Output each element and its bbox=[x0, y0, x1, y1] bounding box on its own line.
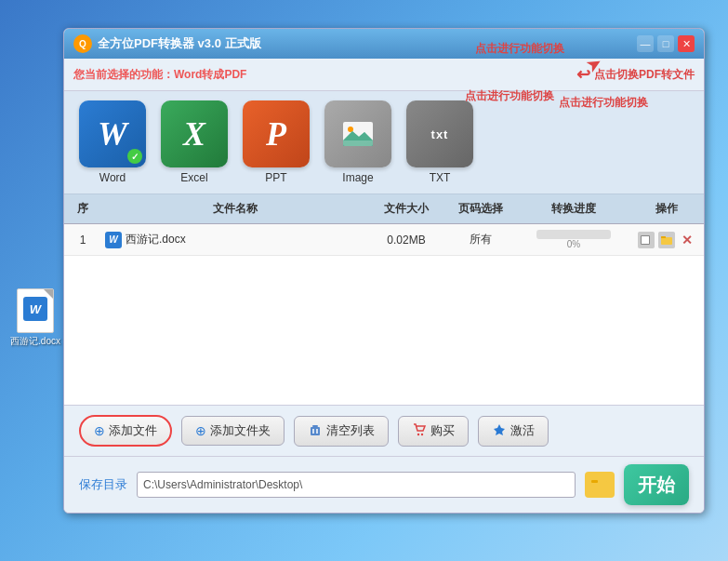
current-function-label: 您当前选择的功能：Word转成PDF bbox=[73, 67, 246, 83]
row-index: 1 bbox=[64, 228, 101, 252]
desktop-file-word-icon: W bbox=[23, 297, 47, 321]
row-pages: 所有 bbox=[443, 226, 518, 253]
txt-label: TXT bbox=[430, 171, 451, 184]
toolbar-area: 您当前选择的功能：Word转成PDF 点击进行功能切换 ➤ ↩ 点击切换PDF转… bbox=[64, 59, 704, 91]
excel-label: Excel bbox=[180, 171, 207, 184]
buy-label: 购买 bbox=[430, 422, 455, 439]
row-progress-cell: 0% bbox=[518, 224, 629, 255]
empty-table-area bbox=[64, 256, 704, 405]
title-bar: Q 全方位PDF转换器 v3.0 正式版 — □ ✕ bbox=[64, 29, 704, 59]
image-label: Image bbox=[342, 171, 373, 184]
col-pages: 页码选择 bbox=[443, 198, 518, 220]
window-title: 全方位PDF转换器 v3.0 正式版 bbox=[98, 35, 261, 52]
desktop-file-icon: W 西游记.docx bbox=[7, 288, 63, 348]
close-button[interactable]: ✕ bbox=[678, 35, 695, 52]
current-func-value: Word转成PDF bbox=[174, 68, 246, 81]
add-file-button[interactable]: ⊕ 添加文件 bbox=[79, 415, 172, 447]
progress-bar bbox=[536, 230, 611, 239]
word-letter: W bbox=[98, 114, 127, 154]
start-label: 开始 bbox=[638, 473, 675, 498]
buy-icon bbox=[412, 422, 427, 440]
col-ops: 操作 bbox=[629, 198, 704, 220]
excel-letter: X bbox=[183, 114, 205, 154]
word-label: Word bbox=[99, 171, 126, 184]
bottom-buttons: ⊕ 添加文件 ⊕ 添加文件夹 清空列表 购买 bbox=[64, 405, 704, 456]
maximize-button[interactable]: □ bbox=[657, 35, 674, 52]
folder-icon bbox=[590, 476, 609, 493]
save-label: 保存目录 bbox=[79, 476, 127, 493]
switch-btn-label: 点击切换PDF转文件 bbox=[594, 67, 695, 83]
image-svg-icon bbox=[340, 116, 376, 152]
row-size: 0.02MB bbox=[369, 228, 443, 252]
add-file-label: 添加文件 bbox=[109, 422, 157, 439]
svg-point-13 bbox=[417, 433, 419, 434]
ops-icons: ✕ bbox=[633, 232, 700, 248]
word-icon-item[interactable]: W ✓ Word bbox=[79, 100, 146, 184]
row-filename: 西游记.docx bbox=[126, 232, 186, 247]
save-area: 保存目录 开始 bbox=[64, 456, 704, 513]
clear-label: 清空列表 bbox=[326, 422, 375, 439]
row-ops-cell: ✕ bbox=[629, 226, 704, 254]
progress-label: 0% bbox=[522, 239, 626, 249]
word-icon-box: W ✓ bbox=[79, 100, 146, 167]
add-folder-label: 添加文件夹 bbox=[210, 422, 271, 439]
desktop-file-label: 西游记.docx bbox=[10, 335, 60, 348]
ppt-icon-item[interactable]: P PPT bbox=[243, 100, 310, 184]
clear-list-button[interactable]: 清空列表 bbox=[294, 416, 389, 447]
ppt-icon-box: P bbox=[243, 100, 310, 167]
col-index: 序 bbox=[64, 198, 101, 220]
browse-folder-button[interactable] bbox=[585, 472, 615, 498]
svg-point-14 bbox=[421, 433, 423, 434]
save-path-input[interactable] bbox=[137, 472, 576, 498]
add-folder-icon: ⊕ bbox=[195, 423, 206, 438]
feature-switch-note: 点击进行功能切换 bbox=[559, 95, 648, 111]
app-logo: Q bbox=[73, 34, 92, 53]
col-filename: 文件名称 bbox=[101, 198, 369, 220]
file-table: 序 文件名称 文件大小 页码选择 转换进度 操作 1 W 西游记.docx 0.… bbox=[64, 194, 704, 405]
preview-icon[interactable] bbox=[638, 232, 655, 248]
row-filename-cell: W 西游记.docx bbox=[101, 226, 369, 254]
svg-rect-8 bbox=[661, 236, 666, 238]
svg-rect-17 bbox=[591, 480, 598, 483]
buy-button[interactable]: 购买 bbox=[398, 416, 469, 447]
txt-icon-box: txt bbox=[406, 100, 473, 167]
file-table-area: ➤ 序 文件名称 文件大小 页码选择 转换进度 操作 1 W 西游记.docx bbox=[64, 194, 704, 405]
col-size: 文件大小 bbox=[369, 198, 443, 220]
word-checkmark: ✓ bbox=[127, 149, 142, 164]
clear-icon bbox=[308, 422, 323, 440]
txt-icon-item[interactable]: txt TXT bbox=[406, 100, 473, 184]
image-icon-box bbox=[324, 100, 391, 167]
svg-rect-9 bbox=[311, 427, 320, 435]
row-word-icon: W bbox=[105, 232, 122, 248]
start-button[interactable]: 开始 bbox=[624, 464, 689, 505]
svg-marker-15 bbox=[494, 424, 505, 435]
image-icon-item[interactable]: Image bbox=[324, 100, 391, 184]
add-file-icon: ⊕ bbox=[94, 423, 105, 438]
excel-icon-item[interactable]: X Excel bbox=[161, 100, 228, 184]
ppt-label: PPT bbox=[265, 171, 286, 184]
switch-note-label: 点击进行功能切换 bbox=[475, 41, 564, 57]
activate-icon bbox=[492, 422, 507, 440]
table-row: 1 W 西游记.docx 0.02MB 所有 0% bbox=[64, 224, 704, 256]
txt-text: txt bbox=[431, 127, 449, 141]
svg-text:Q: Q bbox=[79, 39, 86, 49]
excel-icon-box: X bbox=[161, 100, 228, 167]
col-progress: 转换进度 bbox=[518, 198, 629, 220]
open-folder-icon[interactable] bbox=[658, 232, 675, 248]
add-folder-button[interactable]: ⊕ 添加文件夹 bbox=[181, 416, 285, 446]
table-header: 序 文件名称 文件大小 页码选择 转换进度 操作 bbox=[64, 194, 704, 224]
delete-icon[interactable]: ✕ bbox=[679, 232, 695, 248]
svg-rect-6 bbox=[642, 236, 649, 244]
activate-button[interactable]: 激活 bbox=[478, 416, 549, 447]
feature-switch-annotation: 点击进行功能切换 bbox=[465, 88, 554, 104]
svg-rect-7 bbox=[661, 237, 672, 245]
activate-label: 激活 bbox=[510, 422, 535, 439]
ppt-letter: P bbox=[266, 114, 286, 154]
minimize-button[interactable]: — bbox=[637, 35, 654, 52]
svg-rect-10 bbox=[312, 425, 318, 427]
current-func-prefix: 您当前选择的功能： bbox=[73, 68, 174, 81]
